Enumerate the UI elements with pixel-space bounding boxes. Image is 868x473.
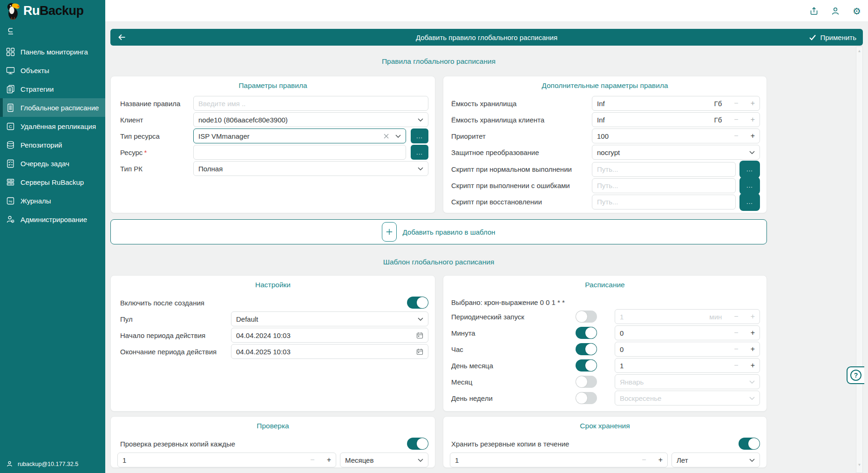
backup-type-select[interactable]: Полная xyxy=(193,161,428,176)
client-capacity-field[interactable]: Inf Гб−+ xyxy=(592,112,760,127)
chevron-down-icon xyxy=(418,318,423,321)
script-restore-input[interactable] xyxy=(597,198,731,206)
resource-browse-button[interactable]: ... xyxy=(411,145,428,160)
month-select: Январь xyxy=(615,374,760,389)
scroll-up-icon[interactable]: ▲ xyxy=(856,49,862,53)
period-start-input[interactable] xyxy=(236,331,416,339)
card-title: Расписание xyxy=(450,280,760,290)
verify-interval-field[interactable]: 1 −+ xyxy=(117,453,336,467)
sidebar-item-rubackup-servers[interactable]: Серверы RuBackup xyxy=(0,173,105,191)
resource-type-combobox[interactable]: ISP VMmanager xyxy=(193,128,406,143)
crypt-select[interactable]: nocrypt xyxy=(592,145,760,160)
retention-interval-field[interactable]: 1 −+ xyxy=(450,453,668,467)
sidebar-item-administration[interactable]: Администрирование xyxy=(0,210,105,229)
sidebar-item-repository[interactable]: Репозиторий xyxy=(0,135,105,154)
script-restore-browse-button[interactable]: ... xyxy=(739,193,760,211)
retention-unit-select[interactable]: Лет xyxy=(671,453,760,467)
log-icon: log xyxy=(6,196,15,205)
servers-icon xyxy=(6,178,15,187)
verify-interval-unit-select[interactable]: Месяцев xyxy=(340,453,428,467)
help-button[interactable]: ? xyxy=(847,366,864,384)
increment-button[interactable]: + xyxy=(327,456,331,464)
month-label: Месяц xyxy=(450,378,576,386)
periodic-run-toggle[interactable] xyxy=(576,311,597,323)
retention-toggle[interactable] xyxy=(739,438,760,450)
decrement-button[interactable]: − xyxy=(734,362,738,369)
back-button[interactable] xyxy=(117,32,127,42)
calendar-icon[interactable] xyxy=(416,348,423,355)
chevron-down-icon xyxy=(418,167,423,170)
week-day-toggle[interactable] xyxy=(576,392,597,404)
pool-select[interactable]: Default xyxy=(231,311,428,326)
decrement-button[interactable]: − xyxy=(310,456,314,464)
apply-button[interactable]: Применить xyxy=(809,34,856,41)
rule-name-label: Название правила xyxy=(117,100,193,108)
script-normal-browse-button[interactable]: ... xyxy=(739,161,760,178)
increment-button[interactable]: + xyxy=(751,132,755,140)
enable-after-create-toggle[interactable] xyxy=(407,297,428,309)
sidebar-item-task-queue[interactable]: Очередь задач xyxy=(0,154,105,173)
main-content: Добавить правило глобального расписания … xyxy=(105,22,868,473)
period-end-input[interactable] xyxy=(236,348,416,356)
decrement-button[interactable]: − xyxy=(642,456,646,464)
increment-button[interactable]: + xyxy=(658,456,663,464)
rule-parameters-card: Параметры правила Название правила Клиен… xyxy=(110,76,435,213)
script-normal-input[interactable] xyxy=(597,165,731,173)
resource-input[interactable] xyxy=(198,149,401,156)
minute-field[interactable]: 0 −+ xyxy=(615,325,760,340)
rules-section-title: Правила глобального расписания xyxy=(110,57,767,66)
crypt-label: Защитное преобразование xyxy=(450,149,592,156)
clear-icon[interactable] xyxy=(384,134,389,139)
priority-field[interactable]: 100 −+ xyxy=(592,128,760,143)
sidebar-item-strategies[interactable]: Стратегии xyxy=(0,80,105,98)
increment-button[interactable]: + xyxy=(751,100,755,107)
decrement-button[interactable]: − xyxy=(734,116,738,123)
sidebar-item-objects[interactable]: Объекты xyxy=(0,61,105,80)
verify-backups-toggle[interactable] xyxy=(407,438,428,450)
script-restore-field xyxy=(592,195,736,209)
add-rule-to-template-button[interactable]: Добавить правило в шаблон xyxy=(110,219,767,244)
scroll-down-icon[interactable]: ▼ xyxy=(856,463,862,467)
month-day-toggle[interactable] xyxy=(576,359,597,372)
calendar-icon[interactable] xyxy=(416,332,423,339)
capacity-field[interactable]: Inf Гб−+ xyxy=(592,96,760,111)
upload-icon[interactable] xyxy=(809,7,819,16)
account-icon[interactable] xyxy=(831,7,840,16)
rule-name-input[interactable] xyxy=(198,100,423,108)
chevron-down-icon[interactable] xyxy=(395,135,401,138)
hour-field[interactable]: 0 −+ xyxy=(615,342,760,357)
client-select[interactable]: node10 (806aacefc80e3900) xyxy=(193,112,428,127)
script-error-input[interactable] xyxy=(597,182,731,189)
card-title: Дополнительные параметры правила xyxy=(450,81,760,90)
client-label: Клиент xyxy=(117,116,193,124)
decrement-button[interactable]: − xyxy=(734,132,738,140)
sidebar-item-label: Администрирование xyxy=(20,216,87,223)
chevron-down-icon xyxy=(749,151,755,154)
decrement-button[interactable]: − xyxy=(734,329,738,337)
sidebar-item-remote-replication[interactable]: C Удалённая репликация xyxy=(0,117,105,135)
schedule-document-icon xyxy=(6,103,15,112)
decrement-button[interactable]: − xyxy=(734,100,738,107)
month-day-field[interactable]: 1 −+ xyxy=(615,358,760,373)
sidebar-item-logs[interactable]: log Журналы xyxy=(0,191,105,210)
capacity-label: Ёмкость хранилища xyxy=(450,100,592,108)
increment-button[interactable]: + xyxy=(751,362,755,369)
sidebar-item-label: Очередь задач xyxy=(20,160,69,168)
decrement-button[interactable]: − xyxy=(734,345,738,353)
settings-gear-icon[interactable]: ⚙ xyxy=(852,7,861,16)
increment-button[interactable]: + xyxy=(751,329,755,337)
increment-button[interactable]: + xyxy=(751,345,755,353)
resource-type-browse-button[interactable]: ... xyxy=(411,128,428,143)
month-toggle[interactable] xyxy=(576,376,597,388)
pool-value: Default xyxy=(236,315,258,323)
hour-toggle[interactable] xyxy=(576,343,597,355)
minute-toggle[interactable] xyxy=(576,327,597,339)
sidebar-item-monitoring-panel[interactable]: Панель мониторинга xyxy=(0,42,105,61)
increment-button[interactable]: + xyxy=(751,116,755,123)
card-title: Проверка xyxy=(117,421,428,431)
script-error-browse-button[interactable]: ... xyxy=(739,177,760,195)
vertical-scrollbar[interactable]: ▲ ▼ xyxy=(856,47,863,473)
periodic-run-unit: мин xyxy=(709,313,722,321)
sidebar-item-global-schedule[interactable]: Глобальное расписание xyxy=(0,98,105,117)
collapse-sidebar-icon[interactable] xyxy=(6,27,16,36)
